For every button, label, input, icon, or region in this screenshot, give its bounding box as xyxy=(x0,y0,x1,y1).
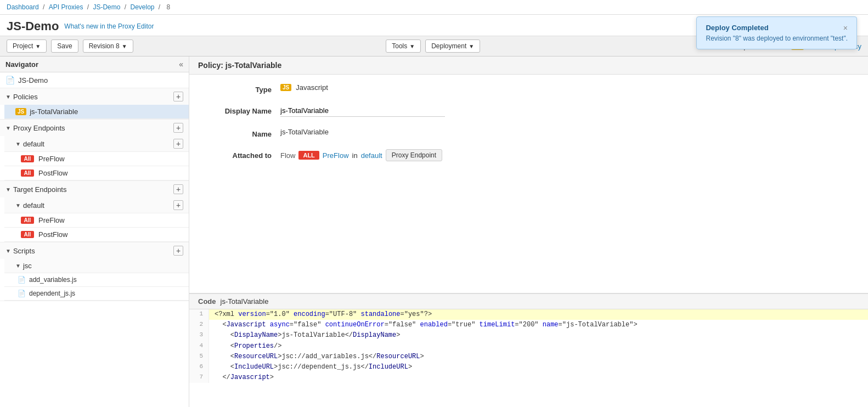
toast-body: Revision "8" was deployed to environment… xyxy=(706,35,848,42)
app-subtitle-link[interactable]: What's new in the Proxy Editor xyxy=(64,22,154,30)
name-row: Name js-TotalVariable xyxy=(206,128,852,138)
proxy-postflow-item[interactable]: All PostFlow xyxy=(4,166,189,180)
save-button[interactable]: Save xyxy=(51,39,78,53)
sidebar-proxy-default-header[interactable]: ▼ default + xyxy=(4,136,189,152)
toast-title: Deploy Completed xyxy=(706,24,768,32)
script-item-add-variables[interactable]: 📄 add_variables.js xyxy=(4,273,189,287)
sidebar-section-scripts: ▼ Scripts + ▼ jsc 📄 add_variables.js xyxy=(0,242,189,301)
jsc-label: jsc xyxy=(23,262,32,270)
line-content: <IncludeURL>jsc://dependent_js.js</Inclu… xyxy=(209,362,868,372)
scripts-list: ▼ jsc 📄 add_variables.js 📄 dependent_js.… xyxy=(0,259,189,301)
sidebar-collapse-button[interactable]: « xyxy=(179,60,183,69)
code-title-bar: Code js-TotalVariable xyxy=(189,294,868,309)
policy-form: Type JS Javascript Display Name Name xyxy=(189,75,868,181)
add-target-endpoint-button[interactable]: + xyxy=(173,184,183,194)
code-line: 4 <Properties/> xyxy=(189,341,868,352)
sidebar-top-item[interactable]: 📄 JS-Demo xyxy=(0,72,189,88)
line-number: 7 xyxy=(189,372,209,383)
add-target-default-button[interactable]: + xyxy=(173,200,183,210)
code-line: 3 <DisplayName>js-TotalVariable</Display… xyxy=(189,330,868,341)
code-area[interactable]: 1<?xml version="1.0" encoding="UTF-8" st… xyxy=(189,309,868,407)
line-number: 6 xyxy=(189,362,209,372)
script-add-variables-label: add_variables.js xyxy=(29,276,77,284)
deployment-button[interactable]: Deployment ▼ xyxy=(425,39,480,53)
breadcrumb-revision: 8 xyxy=(167,3,171,11)
sidebar-section-scripts-header[interactable]: ▼ Scripts + xyxy=(0,242,189,259)
display-name-input[interactable] xyxy=(280,105,445,117)
target-endpoints-chevron: ▼ xyxy=(5,186,11,193)
target-preflow-label: PreFlow xyxy=(38,216,65,224)
attached-preflow-link[interactable]: PreFlow xyxy=(323,151,349,160)
type-label: Type xyxy=(206,83,272,94)
revision-button[interactable]: Revision 8 ▼ xyxy=(83,39,133,53)
sidebar-section-policies: ▼ Policies + JS js-TotalVariable xyxy=(0,88,189,120)
attached-to-label: Attached to xyxy=(206,149,272,160)
line-number: 3 xyxy=(189,330,209,341)
app-title: JS-Demo xyxy=(7,19,59,33)
add-policy-button[interactable]: + xyxy=(173,92,183,101)
proxy-endpoints-list: ▼ default + All PreFlow All PostFlow xyxy=(0,136,189,180)
sidebar-section-target-endpoints: ▼ Target Endpoints + ▼ default + All Pre… xyxy=(0,181,189,242)
tools-button[interactable]: Tools ▼ xyxy=(386,39,421,53)
jsc-chevron: ▼ xyxy=(15,263,21,269)
policies-label: Policies xyxy=(13,93,38,101)
line-content: <DisplayName>js-TotalVariable</DisplayNa… xyxy=(209,330,868,341)
sidebar-target-default-header[interactable]: ▼ default + xyxy=(4,197,189,213)
scripts-chevron: ▼ xyxy=(5,248,11,254)
sidebar-jsc-header[interactable]: ▼ jsc xyxy=(4,259,189,273)
target-endpoints-label: Target Endpoints xyxy=(13,185,67,194)
attached-default-link[interactable]: default xyxy=(361,151,382,160)
proxy-preflow-item[interactable]: All PreFlow xyxy=(4,152,189,166)
add-proxy-default-button[interactable]: + xyxy=(173,139,183,149)
code-line: 5 <ResourceURL>jsc://add_variables.js</R… xyxy=(189,352,868,362)
breadcrumb-js-demo[interactable]: JS-Demo xyxy=(93,3,120,11)
breadcrumb: Dashboard / API Proxies / JS-Demo / Deve… xyxy=(0,0,868,15)
code-panel: Code js-TotalVariable 1<?xml version="1.… xyxy=(189,293,868,407)
line-content: <Properties/> xyxy=(209,341,868,352)
add-proxy-endpoint-button[interactable]: + xyxy=(173,123,183,133)
navigator-label: Navigator xyxy=(5,60,38,69)
name-text: js-TotalVariable xyxy=(280,128,329,136)
name-value: js-TotalVariable xyxy=(280,128,852,136)
code-label: Code xyxy=(198,297,216,306)
policies-chevron: ▼ xyxy=(5,94,11,100)
code-line: 1<?xml version="1.0" encoding="UTF-8" st… xyxy=(189,309,868,320)
line-content: <Javascript async="false" continueOnErro… xyxy=(209,320,868,330)
add-script-button[interactable]: + xyxy=(173,246,183,256)
script-item-dependent-js[interactable]: 📄 dependent_js.js xyxy=(4,287,189,301)
target-preflow-item[interactable]: All PreFlow xyxy=(4,213,189,228)
policy-panel: Policy: js-TotalVariable Type JS Javascr… xyxy=(189,56,868,293)
name-label: Name xyxy=(206,128,272,138)
toast: Deploy Completed × Revision "8" was depl… xyxy=(696,16,857,49)
display-name-row: Display Name xyxy=(206,105,852,117)
target-preflow-badge: All xyxy=(21,217,34,224)
toast-close-button[interactable]: × xyxy=(843,24,848,32)
file-icon-add-variables: 📄 xyxy=(18,276,26,284)
line-number: 1 xyxy=(189,309,209,320)
sidebar-section-proxy-header[interactable]: ▼ Proxy Endpoints + xyxy=(0,120,189,136)
type-text: Javascript xyxy=(296,83,328,92)
attached-endpoint-button[interactable]: Proxy Endpoint xyxy=(386,149,442,161)
sidebar-item-js-totalvariable[interactable]: JS js-TotalVariable xyxy=(4,105,189,119)
proxy-preflow-label: PreFlow xyxy=(38,155,65,163)
line-number: 2 xyxy=(189,320,209,330)
line-content: <?xml version="1.0" encoding="UTF-8" sta… xyxy=(209,309,868,320)
project-button[interactable]: Project ▼ xyxy=(7,39,47,53)
sidebar-section-policies-header[interactable]: ▼ Policies + xyxy=(0,88,189,105)
code-line: 6 <IncludeURL>jsc://dependent_js.js</Inc… xyxy=(189,362,868,372)
tools-dropdown-arrow: ▼ xyxy=(409,43,415,49)
type-value: JS Javascript xyxy=(280,83,852,92)
target-default-chevron: ▼ xyxy=(15,202,21,208)
sidebar-section-target-header[interactable]: ▼ Target Endpoints + xyxy=(0,181,189,197)
sidebar-section-proxy-endpoints: ▼ Proxy Endpoints + ▼ default + All PreF… xyxy=(0,120,189,181)
target-postflow-item[interactable]: All PostFlow xyxy=(4,228,189,242)
breadcrumb-api-proxies[interactable]: API Proxies xyxy=(49,3,83,11)
type-js-badge: JS xyxy=(280,84,291,91)
content-panel: Policy: js-TotalVariable Type JS Javascr… xyxy=(189,56,868,407)
target-endpoints-list: ▼ default + All PreFlow All PostFlow xyxy=(0,197,189,242)
line-number: 4 xyxy=(189,341,209,352)
breadcrumb-dashboard[interactable]: Dashboard xyxy=(7,3,39,11)
breadcrumb-develop[interactable]: Develop xyxy=(130,3,154,11)
project-dropdown-arrow: ▼ xyxy=(35,43,41,49)
code-filename: js-TotalVariable xyxy=(221,297,269,306)
